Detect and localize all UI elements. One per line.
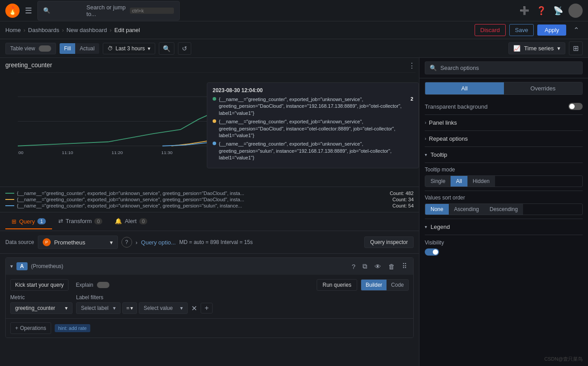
save-button[interactable]: Save — [509, 24, 534, 36]
visibility-toggle[interactable] — [425, 248, 439, 256]
sort-ascending-button[interactable]: Ascending — [449, 204, 484, 215]
time-range-button[interactable]: ⏱ Last 3 hours ▾ — [103, 43, 155, 54]
collapse-query-button[interactable]: ▾ — [10, 263, 13, 269]
expand-icon[interactable]: › — [136, 239, 137, 246]
add-operations-button[interactable]: + Operations — [10, 322, 51, 334]
breadcrumb-dashboards[interactable]: Dashboards — [28, 27, 59, 33]
sort-descending-button[interactable]: Descending — [484, 204, 523, 215]
collapse-button[interactable]: ⌃ — [570, 24, 583, 36]
search-bar[interactable]: 🔍 Search or jump to... ctrl+k — [37, 1, 180, 20]
tooltip-mode-section: Tooltip mode Single All Hidden — [425, 163, 583, 191]
panel-links-row[interactable]: › Panel links — [425, 115, 583, 131]
search-options-placeholder: Search options — [440, 65, 479, 71]
select-label-selector[interactable]: Select label ▾ — [76, 302, 121, 314]
sort-none-button[interactable]: None — [425, 204, 449, 215]
operator-selector[interactable]: = ▾ — [122, 302, 137, 314]
apply-button[interactable]: Apply — [537, 24, 566, 36]
query-visibility-icon[interactable]: 👁 — [373, 262, 383, 271]
discard-button[interactable]: Discard — [475, 24, 506, 36]
query-options-btn[interactable]: Query optio... — [141, 239, 176, 246]
query-tab-icon: ⊞ — [12, 218, 16, 225]
actual-button[interactable]: Actual — [75, 43, 99, 54]
notifications-button[interactable]: 📡 — [552, 4, 565, 17]
overrides-tab[interactable]: Overrides — [504, 82, 583, 94]
breadcrumb: Home › Dashboards › New dashboard › Edit… — [5, 27, 140, 33]
remove-filter-button[interactable]: ✕ — [189, 303, 199, 313]
tab-transform[interactable]: ⇄ Transform 0 — [52, 214, 109, 229]
chart-tooltip: 2023-08-30 12:04:00 {__name__="greeting_… — [207, 82, 419, 168]
tab-alert[interactable]: 🔔 Alert 0 — [109, 214, 153, 229]
zoom-out-button[interactable]: 🔍 — [159, 42, 174, 55]
sort-order-group: None Ascending Descending — [425, 203, 583, 215]
add-button[interactable]: ➕ — [518, 4, 531, 17]
tooltip-hidden-button[interactable]: Hidden — [467, 176, 495, 187]
table-view-toggle[interactable]: Table view — [5, 43, 56, 54]
query-inspector-button[interactable]: Query inspector — [364, 236, 414, 248]
plus-icon: + — [15, 325, 18, 331]
fill-button[interactable]: Fill — [60, 43, 75, 54]
legend-section-header[interactable]: ▾ Legend — [425, 219, 583, 235]
query-duplicate-icon[interactable]: ⧉ — [361, 261, 369, 271]
hint-badge[interactable]: hint: add rate — [55, 324, 90, 332]
metric-row: Metric greeting_counter ▾ Label filters … — [10, 294, 409, 314]
datasource-label: Data source — [5, 239, 34, 245]
chart-title: greeting_counter — [5, 61, 52, 69]
metric-selector[interactable]: greeting_counter ▾ — [10, 302, 72, 314]
query-letter-badge: A — [16, 262, 28, 270]
tab-query[interactable]: ⊞ Query 1 — [5, 215, 52, 229]
breadcrumb-home[interactable]: Home — [5, 27, 21, 33]
run-queries-button[interactable]: Run queries — [317, 279, 357, 291]
all-tab[interactable]: All — [425, 82, 504, 94]
search-options-input[interactable]: 🔍 Search options — [425, 61, 583, 74]
transform-tab-label: Transform — [66, 218, 92, 224]
watermark: CSDN@壹只菜鸟 — [544, 356, 583, 362]
refresh-button[interactable]: ↺ — [178, 42, 191, 55]
legend-item-1[interactable]: {__name__="greeting_counter", exported_j… — [5, 191, 414, 196]
query-help-icon[interactable]: ? — [350, 262, 357, 271]
legend-item-3[interactable]: {__name__="greeting_counter", exported_j… — [5, 203, 414, 208]
tooltip-single-button[interactable]: Single — [425, 176, 451, 187]
tooltip-all-button[interactable]: All — [451, 176, 467, 187]
viz-chevron-icon: ▾ — [557, 45, 560, 52]
tooltip-row-1: {__name__="greeting_counter", exported_j… — [213, 96, 413, 117]
repeat-options-label: Repeat options — [429, 135, 467, 142]
query-drag-icon[interactable]: ⠿ — [400, 261, 409, 271]
chart-menu-button[interactable]: ⋮ — [408, 61, 415, 70]
datasource-name: Prometheus — [54, 239, 85, 246]
breadcrumb-sep-3: › — [110, 27, 112, 33]
breadcrumb-new-dashboard[interactable]: New dashboard — [66, 27, 107, 33]
legend-item-2[interactable]: {__name__="greeting_counter", exported_j… — [5, 197, 414, 202]
help-button[interactable]: ❓ — [535, 4, 548, 17]
add-filter-button[interactable]: + — [201, 303, 213, 313]
tooltip-time: 2023-08-30 12:04:00 — [213, 87, 413, 94]
legend-section-arrow: ▾ — [425, 224, 427, 229]
svg-text:0: 0 — [13, 144, 16, 149]
search-icon: 🔍 — [43, 7, 83, 14]
tooltip-section-header[interactable]: ▾ Tooltip — [425, 147, 583, 163]
time-range-label: Last 3 hours — [116, 45, 145, 52]
visibility-row: Visibility — [425, 235, 583, 260]
datasource-selector[interactable]: P Prometheus ▾ — [38, 236, 118, 249]
search-kbd: ctrl+k — [130, 8, 174, 14]
expand-panel-button[interactable]: ⊞ — [569, 41, 583, 55]
hamburger-menu[interactable]: ☰ — [25, 6, 32, 16]
metric-label: Metric — [10, 294, 72, 301]
table-view-switch[interactable] — [39, 45, 51, 52]
user-avatar[interactable] — [568, 4, 583, 18]
code-button[interactable]: Code — [387, 280, 408, 290]
query-delete-icon[interactable]: 🗑 — [387, 262, 397, 271]
tooltip-mode-label: Tooltip mode — [425, 167, 583, 173]
transform-tab-badge: 0 — [94, 218, 102, 224]
grafana-logo[interactable]: 🔥 — [5, 4, 20, 18]
viz-selector[interactable]: 📈 Time series ▾ — [508, 42, 565, 54]
info-button[interactable]: ? — [121, 237, 132, 248]
svg-text:4: 4 — [13, 94, 16, 99]
select-value-selector[interactable]: Select value ▾ — [139, 302, 188, 314]
builder-button[interactable]: Builder — [361, 280, 387, 290]
explain-toggle[interactable] — [97, 282, 109, 288]
transparent-bg-toggle[interactable] — [568, 103, 583, 110]
kick-start-button[interactable]: Kick start your query — [10, 279, 68, 291]
repeat-options-row[interactable]: › Repeat options — [425, 131, 583, 147]
query-tab-label: Query — [19, 218, 35, 225]
search-placeholder: Search or jump to... — [86, 4, 126, 17]
